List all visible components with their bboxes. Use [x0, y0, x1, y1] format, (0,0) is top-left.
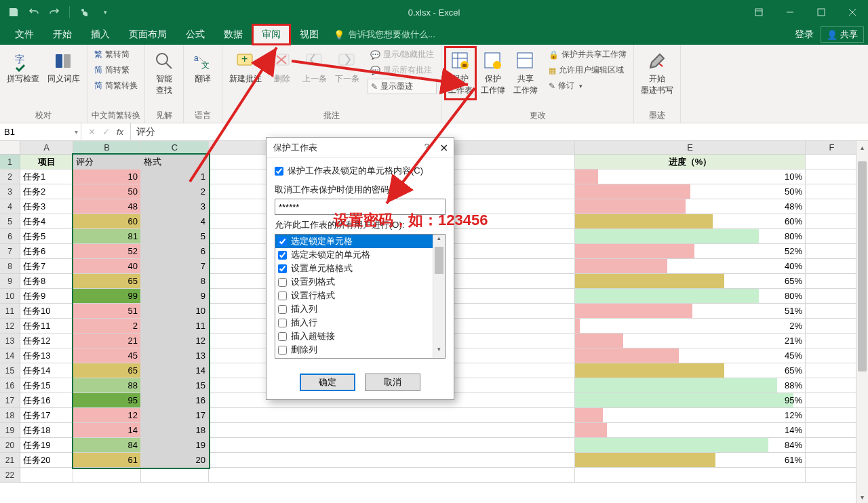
- help-icon[interactable]: ?: [425, 142, 429, 152]
- cell-B3[interactable]: 50: [73, 184, 141, 199]
- cell-F15[interactable]: [806, 363, 859, 378]
- cell-A1[interactable]: 项目: [20, 155, 73, 169]
- enter-formula-icon[interactable]: ✓: [102, 127, 110, 137]
- cell-F6[interactable]: [806, 229, 859, 244]
- next-comment-button[interactable]: 下一条: [332, 47, 362, 87]
- share-workbook-button[interactable]: 共享 工作簿: [511, 47, 540, 99]
- cell-A2[interactable]: 任务1: [20, 169, 73, 184]
- permission-item-1[interactable]: 选定未锁定的单元格: [275, 248, 445, 262]
- cell-F17[interactable]: [806, 393, 859, 408]
- cell-B8[interactable]: 40: [73, 259, 141, 274]
- scroll-down-icon[interactable]: ▾: [856, 491, 868, 503]
- cell-B15[interactable]: 65: [73, 363, 141, 378]
- cell-B12[interactable]: 2: [73, 319, 141, 334]
- cell-C15[interactable]: 14: [141, 363, 209, 378]
- row-head-11[interactable]: 11: [0, 304, 20, 319]
- cell-F11[interactable]: [806, 304, 859, 319]
- allow-edit-range-button[interactable]: ▦允许用户编辑区域: [546, 63, 629, 77]
- cell-A16[interactable]: 任务15: [20, 378, 73, 393]
- start-ink-button[interactable]: 开始 墨迹书写: [638, 47, 676, 99]
- cell-C21[interactable]: 20: [141, 453, 209, 468]
- row-head-18[interactable]: 18: [0, 408, 20, 423]
- protect-sheet-button[interactable]: 保护 工作表: [446, 47, 475, 99]
- cell-E20[interactable]: 84%: [575, 438, 806, 453]
- permission-item-4[interactable]: 设置行格式: [275, 289, 445, 302]
- share-button[interactable]: 👤 共享: [821, 26, 864, 43]
- permission-check-7[interactable]: [278, 332, 287, 341]
- cell-A15[interactable]: 任务14: [20, 363, 73, 378]
- cell-A3[interactable]: 任务2: [20, 184, 73, 199]
- permission-check-5[interactable]: [278, 305, 287, 314]
- track-changes-button[interactable]: ✎修订▾: [546, 79, 629, 93]
- ok-button[interactable]: 确定: [300, 374, 355, 391]
- cell-A17[interactable]: 任务16: [20, 393, 73, 408]
- cell-F22[interactable]: [806, 468, 859, 483]
- protect-workbook-button[interactable]: 保护 工作簿: [478, 47, 508, 99]
- cell-A21[interactable]: 任务20: [20, 453, 73, 468]
- cell-C16[interactable]: 15: [141, 378, 209, 393]
- cell-F1[interactable]: [806, 155, 859, 169]
- cell-A19[interactable]: 任务18: [20, 423, 73, 438]
- name-box-input[interactable]: [4, 127, 58, 137]
- permission-check-3[interactable]: [278, 278, 287, 287]
- qat-dropdown-icon[interactable]: ▾: [100, 7, 111, 18]
- save-icon[interactable]: [8, 7, 19, 18]
- ribbon-options-icon[interactable]: [743, 0, 774, 24]
- permission-item-8[interactable]: 删除列: [275, 343, 445, 357]
- cell-A5[interactable]: 任务4: [20, 214, 73, 229]
- redo-icon[interactable]: [49, 7, 60, 18]
- cell-A4[interactable]: 任务3: [20, 199, 73, 214]
- cell-E13[interactable]: 21%: [575, 334, 806, 348]
- cell-D20[interactable]: [209, 438, 575, 453]
- cell-F2[interactable]: [806, 169, 859, 184]
- tab-home[interactable]: 开始: [43, 24, 81, 45]
- cell-A10[interactable]: 任务9: [20, 289, 73, 304]
- vertical-scrollbar[interactable]: ▴ ▾: [856, 141, 868, 503]
- scrollbar-thumb[interactable]: [858, 161, 867, 371]
- row-head-7[interactable]: 7: [0, 244, 20, 259]
- cell-E21[interactable]: 61%: [575, 453, 806, 468]
- protect-share-button[interactable]: 🔒保护并共享工作簿: [546, 47, 629, 62]
- cell-D19[interactable]: [209, 423, 575, 438]
- thesaurus-button[interactable]: 同义词库: [45, 47, 83, 87]
- chevron-down-icon[interactable]: ▾: [75, 128, 78, 136]
- tab-file[interactable]: 文件: [5, 24, 43, 45]
- cell-B20[interactable]: 84: [73, 438, 141, 453]
- maximize-icon[interactable]: [806, 0, 837, 24]
- col-head-A[interactable]: A: [20, 141, 73, 154]
- cell-C5[interactable]: 4: [141, 214, 209, 229]
- row-head-8[interactable]: 8: [0, 259, 20, 274]
- permission-item-0[interactable]: 选定锁定单元格: [275, 235, 445, 248]
- cell-A20[interactable]: 任务19: [20, 438, 73, 453]
- cell-B10[interactable]: 99: [73, 289, 141, 304]
- cell-B13[interactable]: 21: [73, 334, 141, 348]
- cell-C14[interactable]: 13: [141, 348, 209, 363]
- tab-review[interactable]: 审阅: [252, 24, 290, 45]
- show-ink-button[interactable]: ✎显示墨迹: [368, 79, 437, 94]
- translate-button[interactable]: a文 翻译: [188, 47, 218, 87]
- permissions-list[interactable]: 选定锁定单元格选定未锁定的单元格设置单元格格式设置列格式设置行格式插入列插入行插…: [275, 234, 446, 359]
- cell-E6[interactable]: 80%: [575, 229, 806, 244]
- undo-icon[interactable]: [28, 7, 39, 18]
- row-head-16[interactable]: 16: [0, 378, 20, 393]
- permission-check-8[interactable]: [278, 346, 287, 355]
- permission-item-2[interactable]: 设置单元格格式: [275, 262, 445, 275]
- cell-F21[interactable]: [806, 453, 859, 468]
- cell-A13[interactable]: 任务12: [20, 334, 73, 348]
- list-scrollbar[interactable]: ▴ ▾: [433, 235, 445, 358]
- col-head-B[interactable]: B: [73, 141, 141, 154]
- cell-B6[interactable]: 81: [73, 229, 141, 244]
- permission-check-2[interactable]: [278, 264, 287, 273]
- row-head-3[interactable]: 3: [0, 184, 20, 199]
- permission-check-4[interactable]: [278, 291, 287, 300]
- delete-comment-button[interactable]: 删除: [267, 47, 297, 87]
- cell-B22[interactable]: [73, 468, 141, 483]
- cell-E11[interactable]: 51%: [575, 304, 806, 319]
- row-head-15[interactable]: 15: [0, 363, 20, 378]
- cell-C13[interactable]: 12: [141, 334, 209, 348]
- col-head-E[interactable]: E: [575, 141, 806, 154]
- cell-C7[interactable]: 6: [141, 244, 209, 259]
- row-head-1[interactable]: 1: [0, 155, 20, 169]
- row-head-5[interactable]: 5: [0, 214, 20, 229]
- touch-mode-icon[interactable]: [79, 7, 90, 18]
